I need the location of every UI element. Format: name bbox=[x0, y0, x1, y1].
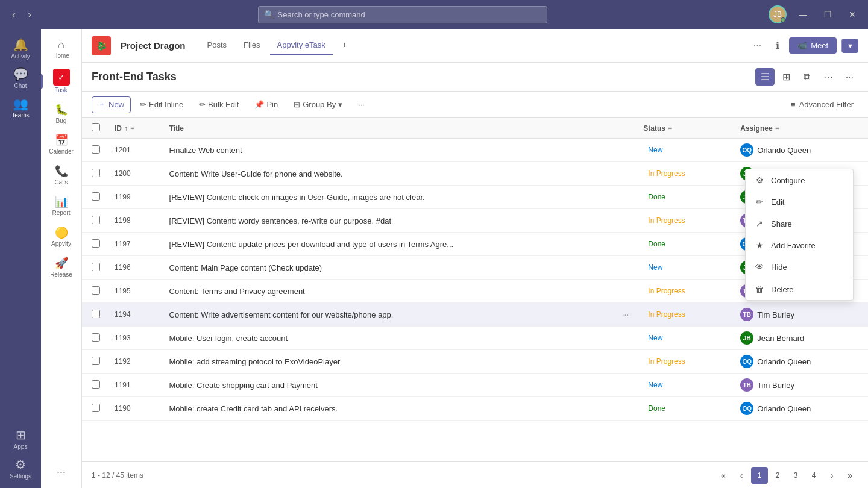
meet-dropdown-button[interactable]: ▼ bbox=[841, 39, 858, 53]
view-more-button[interactable]: ⋯ bbox=[818, 68, 838, 86]
sidebar-nav-appvity[interactable]: 🟡 Appvity bbox=[41, 221, 81, 252]
id-filter-icon[interactable]: ≡ bbox=[130, 124, 134, 133]
sort-icon[interactable]: ↑ bbox=[124, 124, 128, 133]
sidebar-nav-task[interactable]: ✓ Task bbox=[41, 64, 81, 98]
row-title-cell[interactable]: Content: Write advertisement content for… bbox=[162, 303, 637, 327]
nav-back-button[interactable]: ‹ bbox=[7, 6, 20, 23]
last-page-button[interactable]: » bbox=[841, 467, 858, 484]
menu-item-add-favorite[interactable]: ★ Add Favorite bbox=[746, 234, 853, 256]
sidebar-nav-calls[interactable]: 📞 Calls bbox=[41, 160, 81, 190]
tab-appvity-etask[interactable]: Appvity eTask bbox=[270, 36, 333, 55]
sidebar-item-apps[interactable]: ⊞ Apps bbox=[0, 424, 41, 454]
page-3-button[interactable]: 3 bbox=[787, 467, 804, 484]
tab-add[interactable]: + bbox=[335, 36, 354, 55]
assignee-filter-icon[interactable]: ≡ bbox=[775, 124, 779, 133]
filter-icon: ≡ bbox=[791, 100, 796, 109]
sidebar-nav-home[interactable]: ⌂ Home bbox=[41, 34, 81, 64]
menu-item-delete[interactable]: 🗑 Delete bbox=[746, 278, 853, 300]
view-list-button[interactable]: ☰ bbox=[755, 68, 775, 86]
view-grid-button[interactable]: ⊞ bbox=[777, 68, 796, 86]
row-check-cell bbox=[82, 139, 107, 162]
close-button[interactable]: ✕ bbox=[844, 8, 861, 20]
sidebar-nav-more[interactable]: ··· bbox=[57, 461, 66, 483]
page-4-button[interactable]: 4 bbox=[805, 467, 822, 484]
maximize-button[interactable]: ❐ bbox=[819, 8, 837, 20]
meet-button[interactable]: 📹 Meet bbox=[789, 37, 837, 54]
row-checkbox[interactable] bbox=[92, 145, 100, 154]
row-checkbox[interactable] bbox=[92, 380, 100, 389]
tab-files[interactable]: Files bbox=[236, 36, 267, 55]
row-title-cell[interactable]: Mobile: add streaming potocol to ExoVide… bbox=[162, 350, 637, 374]
bulk-edit-button[interactable]: ✏ Bulk Edit bbox=[192, 97, 245, 112]
sidebar-item-activity[interactable]: 🔔 Activity bbox=[0, 34, 41, 63]
row-checkbox[interactable] bbox=[92, 404, 100, 412]
row-title-cell[interactable]: Finalize Web content bbox=[162, 139, 637, 162]
row-title-cell[interactable]: [REVIEW] Content: check on images in Use… bbox=[162, 186, 637, 209]
row-title-cell[interactable]: Content: Write User-Guide for phone and … bbox=[162, 162, 637, 186]
sidebar-item-chat[interactable]: 💬 Chat bbox=[0, 63, 41, 93]
meet-label: Meet bbox=[811, 41, 828, 50]
advanced-filter-button[interactable]: ≡ Advanced Filter bbox=[786, 98, 858, 111]
row-checkbox[interactable] bbox=[92, 333, 100, 342]
menu-item-configure[interactable]: ⚙ Configure bbox=[746, 169, 853, 191]
row-title-cell[interactable]: Mobile: User login, create account bbox=[162, 327, 637, 350]
prev-page-button[interactable]: ‹ bbox=[733, 467, 750, 484]
sidebar-item-teams[interactable]: 👥 Teams bbox=[0, 93, 41, 122]
row-checkbox[interactable] bbox=[92, 192, 100, 201]
row-title-cell[interactable]: [REVIEW] Content: update prices per down… bbox=[162, 233, 637, 256]
next-page-button[interactable]: › bbox=[823, 467, 840, 484]
toolbar-more-button[interactable]: ··· bbox=[351, 97, 371, 112]
col-status-label: Status bbox=[643, 124, 665, 133]
row-assignee-cell: TB Tim Burley bbox=[733, 374, 868, 397]
row-status-cell: In Progress bbox=[636, 162, 733, 186]
row-title-cell[interactable]: [REVIEW] Content: wordy sentences, re-wr… bbox=[162, 209, 637, 233]
row-title-cell[interactable]: Content: Terms and Privacy agreement bbox=[162, 280, 637, 303]
nav-forward-button[interactable]: › bbox=[23, 6, 36, 23]
channel-more-button[interactable]: ··· bbox=[749, 38, 766, 54]
row-checkbox[interactable] bbox=[92, 263, 100, 271]
menu-item-share[interactable]: ↗ Share bbox=[746, 213, 853, 234]
row-checkbox[interactable] bbox=[92, 169, 100, 177]
status-filter-icon[interactable]: ≡ bbox=[668, 124, 672, 133]
row-menu-button[interactable]: ··· bbox=[622, 310, 629, 319]
page-2-button[interactable]: 2 bbox=[769, 467, 786, 484]
select-all-checkbox[interactable] bbox=[92, 123, 100, 131]
row-title-cell[interactable]: Mobile: Create shopping cart and Payment bbox=[162, 374, 637, 397]
page-1-button[interactable]: 1 bbox=[751, 467, 768, 484]
view-hierarchy-button[interactable]: ⧉ bbox=[798, 68, 816, 86]
sidebar-nav-bug[interactable]: 🐛 Bug bbox=[41, 98, 81, 129]
row-check-cell bbox=[82, 350, 107, 374]
settings-icon: ⚙ bbox=[15, 457, 26, 472]
chat-label: Chat bbox=[14, 83, 27, 89]
avatar[interactable]: JB bbox=[769, 5, 787, 23]
view-options-button[interactable]: ··· bbox=[841, 68, 858, 86]
first-page-button[interactable]: « bbox=[715, 467, 732, 484]
search-input[interactable] bbox=[258, 6, 547, 23]
menu-item-hide[interactable]: 👁 Hide bbox=[746, 256, 853, 278]
row-checkbox[interactable] bbox=[92, 357, 100, 365]
row-checkbox[interactable] bbox=[92, 286, 100, 295]
edit-inline-button[interactable]: ✏ Edit Inline bbox=[133, 97, 190, 112]
channel-info-button[interactable]: ℹ bbox=[771, 37, 784, 54]
group-by-button[interactable]: ⊞ Group By ▾ bbox=[287, 97, 349, 112]
home-label: Home bbox=[53, 52, 69, 59]
minimize-button[interactable]: — bbox=[794, 8, 812, 20]
status-badge: New bbox=[643, 333, 667, 343]
row-title-cell[interactable]: Mobile: create Credit card tab and API r… bbox=[162, 397, 637, 421]
project-name: Project Dragon bbox=[121, 40, 186, 51]
sidebar-item-settings[interactable]: ⚙ Settings bbox=[0, 454, 41, 483]
row-checkbox[interactable] bbox=[92, 216, 100, 224]
row-title-cell[interactable]: Content: Main Page content (Check update… bbox=[162, 256, 637, 280]
sidebar-nav-release[interactable]: 🚀 Release bbox=[41, 252, 81, 283]
new-button[interactable]: ＋ New bbox=[92, 96, 131, 113]
row-checkbox[interactable] bbox=[92, 310, 100, 318]
pin-icon: 📌 bbox=[254, 100, 264, 109]
sidebar-nav-report[interactable]: 📊 Report bbox=[41, 190, 81, 221]
sidebar-nav-calender[interactable]: 📅 Calender bbox=[41, 129, 81, 160]
tab-posts[interactable]: Posts bbox=[200, 36, 234, 55]
menu-item-edit[interactable]: ✏ Edit bbox=[746, 191, 853, 213]
row-id-cell: 1191 bbox=[107, 374, 162, 397]
plus-icon: ＋ bbox=[98, 99, 106, 110]
row-checkbox[interactable] bbox=[92, 239, 100, 248]
pin-button[interactable]: 📌 Pin bbox=[248, 97, 285, 112]
